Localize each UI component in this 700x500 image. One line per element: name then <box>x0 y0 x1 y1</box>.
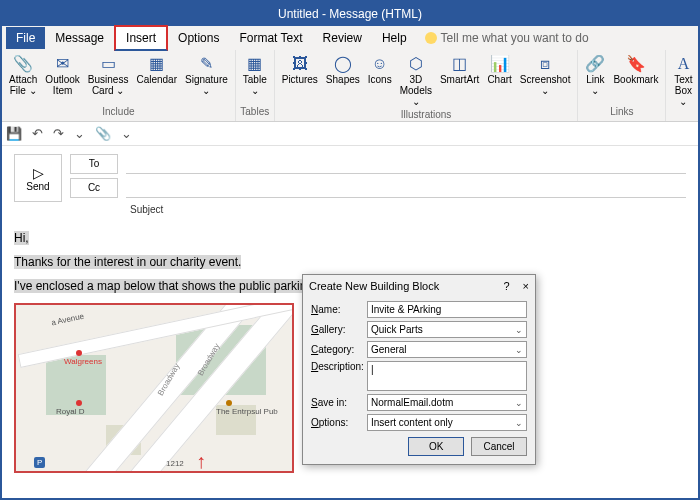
dlg-ok-button[interactable]: OK <box>408 437 464 456</box>
signature-button[interactable]: ✎Signature ⌄ <box>182 52 231 98</box>
chart-icon: 📊 <box>490 54 510 74</box>
text-box-button[interactable]: AText Box ⌄ <box>670 52 696 109</box>
dialog-close-button[interactable]: × <box>523 280 529 292</box>
dlg-description-input[interactable]: | <box>367 361 527 391</box>
body-line3: I've enclosed a map below that shows the… <box>14 279 338 293</box>
signature-icon: ✎ <box>196 54 216 74</box>
cc-field[interactable] <box>126 178 686 198</box>
dlg-category-label: Category: <box>311 344 367 355</box>
group-include-label: Include <box>6 106 231 119</box>
dlg-gallery-label: Gallery: <box>311 324 367 335</box>
bookmark-button[interactable]: 🔖Bookmark <box>610 52 661 87</box>
body-line1: Hi, <box>14 231 29 245</box>
business-card-button[interactable]: ▭Business Card ⌄ <box>85 52 132 98</box>
qat-chevron-icon[interactable]: ⌄ <box>74 126 85 141</box>
map-num-label: 1212 <box>166 459 184 468</box>
link-icon: 🔗 <box>585 54 605 74</box>
body-line2: Thanks for the interest in our charity e… <box>14 255 241 269</box>
compose-header: ▷ Send To Cc Subject <box>2 146 698 223</box>
map-avenue-label: a Avenue <box>50 312 84 328</box>
icons-icon: ☺ <box>370 54 390 74</box>
pictures-icon: 🖼 <box>290 54 310 74</box>
table-icon: ▦ <box>245 54 265 74</box>
calendar-button[interactable]: ▦Calendar <box>133 52 180 87</box>
map-arrow-icon: ↑ <box>196 450 206 473</box>
cc-button[interactable]: Cc <box>70 178 118 198</box>
mail-icon: ✉ <box>53 54 73 74</box>
table-button[interactable]: ▦Table ⌄ <box>240 52 270 98</box>
to-field[interactable] <box>126 154 686 174</box>
subject-label: Subject <box>70 204 686 215</box>
dlg-gallery-select[interactable]: Quick Parts <box>367 321 527 338</box>
dlg-cancel-button[interactable]: Cancel <box>471 437 527 456</box>
attach-file-button[interactable]: 📎Attach File ⌄ <box>6 52 40 98</box>
qat-dropdown-icon[interactable]: ⌄ <box>121 126 132 141</box>
bulb-icon <box>425 32 437 44</box>
to-button[interactable]: To <box>70 154 118 174</box>
dlg-savein-label: Save in: <box>311 397 367 408</box>
group-illustrations-label: Illustrations <box>279 109 574 122</box>
card-icon: ▭ <box>98 54 118 74</box>
map-p-icon: P <box>34 457 45 468</box>
save-icon[interactable]: 💾 <box>6 126 22 141</box>
dlg-description-label: Description: <box>311 361 367 372</box>
chart-button[interactable]: 📊Chart <box>484 52 514 87</box>
embedded-map: a Avenue Broadway Broadway Walgreens Roy… <box>14 303 294 473</box>
menu-help[interactable]: Help <box>372 27 417 49</box>
menu-review[interactable]: Review <box>313 27 372 49</box>
create-building-block-dialog: Create New Building Block ? × Name: Gall… <box>302 274 536 465</box>
window-title: Untitled - Message (HTML) <box>2 2 698 26</box>
dlg-options-label: Options: <box>311 417 367 428</box>
dialog-title: Create New Building Block <box>309 280 439 292</box>
shapes-button[interactable]: ◯Shapes <box>323 52 363 87</box>
link-button[interactable]: 🔗Link ⌄ <box>582 52 608 98</box>
send-button[interactable]: ▷ Send <box>14 154 62 202</box>
quick-access-toolbar: 💾 ↶ ↷ ⌄ 📎 ⌄ <box>2 122 698 146</box>
menu-options[interactable]: Options <box>168 27 229 49</box>
pictures-button[interactable]: 🖼Pictures <box>279 52 321 87</box>
group-links-label: Links <box>582 106 661 119</box>
screenshot-button[interactable]: ⧈Screenshot ⌄ <box>517 52 574 98</box>
dlg-options-select[interactable]: Insert content only <box>367 414 527 431</box>
smartart-button[interactable]: ◫SmartArt <box>437 52 482 87</box>
smartart-icon: ◫ <box>450 54 470 74</box>
dialog-help-button[interactable]: ? <box>503 280 509 292</box>
menu-message[interactable]: Message <box>45 27 114 49</box>
tell-me-search[interactable]: Tell me what you want to do <box>425 31 589 45</box>
bookmark-icon: 🔖 <box>626 54 646 74</box>
attach-qat-icon[interactable]: 📎 <box>95 126 111 141</box>
shapes-icon: ◯ <box>333 54 353 74</box>
redo-icon[interactable]: ↷ <box>53 126 64 141</box>
textbox-icon: A <box>673 54 693 74</box>
menu-bar: File Message Insert Options Format Text … <box>2 26 698 50</box>
dlg-name-input[interactable] <box>367 301 527 318</box>
3d-models-button[interactable]: ⬡3D Models ⌄ <box>397 52 435 109</box>
outlook-item-button[interactable]: ✉Outlook Item <box>42 52 82 98</box>
screenshot-icon: ⧈ <box>535 54 555 74</box>
icons-button[interactable]: ☺Icons <box>365 52 395 87</box>
calendar-icon: ▦ <box>147 54 167 74</box>
menu-insert[interactable]: Insert <box>114 25 168 51</box>
dlg-savein-select[interactable]: NormalEmail.dotm <box>367 394 527 411</box>
ribbon: 📎Attach File ⌄ ✉Outlook Item ▭Business C… <box>2 50 698 122</box>
send-arrow-icon: ▷ <box>33 165 44 181</box>
dlg-category-select[interactable]: General <box>367 341 527 358</box>
menu-format-text[interactable]: Format Text <box>229 27 312 49</box>
3d-icon: ⬡ <box>406 54 426 74</box>
map-royal-label: Royal D <box>56 407 84 416</box>
group-tables-label: Tables <box>240 106 270 119</box>
menu-file[interactable]: File <box>6 27 45 49</box>
undo-icon[interactable]: ↶ <box>32 126 43 141</box>
dlg-name-label: Name: <box>311 304 367 315</box>
map-pub-label: The Entrpsul Pub <box>216 407 278 416</box>
group-text-label: Text <box>670 113 700 126</box>
map-walgreens-label: Walgreens <box>64 357 102 366</box>
paperclip-icon: 📎 <box>13 54 33 74</box>
